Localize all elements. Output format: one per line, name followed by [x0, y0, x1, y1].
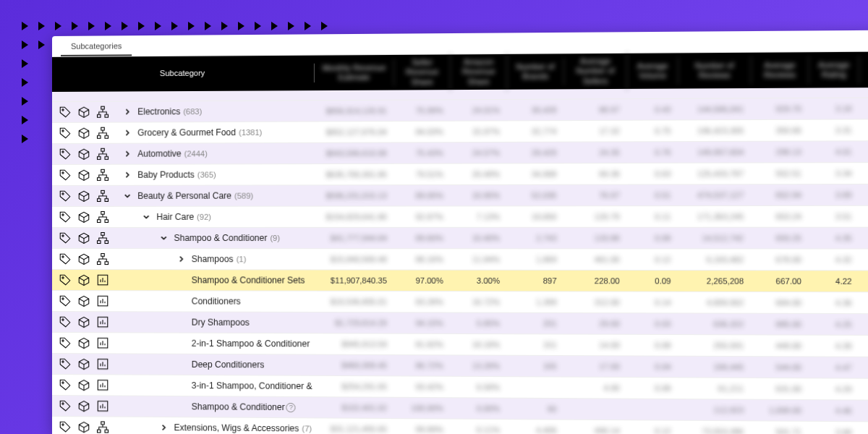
- table-row[interactable]: Beauty & Personal Care(589)$596,231,015.…: [52, 184, 868, 207]
- tag-icon[interactable]: [58, 105, 72, 119]
- box-icon[interactable]: [77, 273, 91, 287]
- category-name-cell[interactable]: Grocery & Gourmet Food(1381): [119, 127, 315, 139]
- hierarchy-icon[interactable]: [95, 126, 110, 140]
- table-row[interactable]: Automotive(2444)$843,596,610.0875.43%24.…: [52, 141, 868, 165]
- tag-icon[interactable]: [58, 336, 72, 350]
- chevron-down-icon[interactable]: [140, 211, 152, 223]
- chart-icon[interactable]: [95, 294, 110, 308]
- category-name-cell[interactable]: Conditioners: [119, 295, 315, 307]
- box-icon[interactable]: [77, 252, 91, 266]
- box-icon[interactable]: [77, 126, 91, 140]
- category-name-cell[interactable]: Shampoo & Conditioner?: [119, 401, 315, 414]
- box-icon[interactable]: [77, 378, 91, 392]
- tag-icon[interactable]: [58, 399, 72, 413]
- header-monthly-revenue[interactable]: Monthly Revenue Estimate: [315, 59, 394, 87]
- tag-icon[interactable]: [58, 147, 72, 161]
- header-avg-rating[interactable]: Average Rating: [809, 56, 860, 85]
- category-name-cell[interactable]: Deep Conditioners: [119, 358, 315, 370]
- header-subcategory[interactable]: Subcategory: [52, 64, 315, 83]
- category-name-cell[interactable]: Shampoos(1): [119, 253, 315, 265]
- table-row[interactable]: Shampoo & Conditioner(9)$41,777,944.8489…: [52, 228, 868, 250]
- category-name-cell[interactable]: 2-in-1 Shampoo & Conditioner: [119, 337, 315, 349]
- table-row[interactable]: Shampoos(1)$15,840,569.4888.16%11.84%1,8…: [52, 249, 868, 271]
- revenue-cell: $852,127,876.04: [315, 127, 394, 137]
- header-num-brands[interactable]: Number of Brands: [507, 57, 564, 86]
- box-icon[interactable]: [77, 189, 91, 203]
- chart-icon[interactable]: [95, 357, 110, 371]
- header-num-reviews[interactable]: Number of Reviews: [678, 56, 752, 85]
- category-name-cell[interactable]: Dry Shampoos: [119, 316, 315, 328]
- header-avg-reviews[interactable]: Average Reviews: [752, 56, 809, 85]
- box-icon[interactable]: [77, 357, 91, 371]
- chevron-right-icon[interactable]: [122, 148, 133, 160]
- chevron-right-icon[interactable]: [122, 106, 133, 117]
- chevron-right-icon[interactable]: [122, 169, 133, 181]
- chevron-right-icon[interactable]: [176, 253, 187, 265]
- box-icon[interactable]: [77, 210, 91, 224]
- chevron-down-icon[interactable]: [122, 190, 133, 202]
- table-row[interactable]: Dry Shampoos$1,729,814.2994.15%5.85%2012…: [52, 312, 868, 336]
- category-name-cell[interactable]: Baby Products(365): [119, 169, 315, 181]
- tag-icon[interactable]: [58, 294, 72, 308]
- box-icon[interactable]: [77, 399, 91, 413]
- table-row[interactable]: Shampoo & Conditioner Sets$11,907,840.35…: [52, 270, 868, 292]
- header-amazon-share[interactable]: Amazon Revenue Share: [451, 53, 507, 91]
- category-label: Electronics: [137, 106, 180, 116]
- box-icon[interactable]: [77, 420, 91, 434]
- chevron-right-icon[interactable]: [122, 127, 133, 139]
- category-name-cell[interactable]: 3-in-1 Shampoo, Conditioner & Bo: [119, 379, 315, 392]
- tag-icon[interactable]: [58, 273, 72, 287]
- hierarchy-icon[interactable]: [95, 189, 110, 203]
- tag-icon[interactable]: [58, 357, 72, 371]
- category-name-cell[interactable]: Extensions, Wigs & Accessories(7): [119, 422, 315, 434]
- chart-icon[interactable]: [95, 273, 110, 287]
- category-name-cell[interactable]: Shampoo & Conditioner Sets: [119, 274, 315, 286]
- tag-icon[interactable]: [58, 252, 72, 266]
- avg-reviews-cell: 885.00: [752, 320, 809, 329]
- hierarchy-icon[interactable]: [95, 231, 110, 245]
- chevron-right-icon[interactable]: [158, 422, 169, 433]
- tag-icon[interactable]: [58, 231, 72, 245]
- chart-icon[interactable]: [95, 315, 110, 329]
- hierarchy-icon[interactable]: [95, 105, 110, 119]
- table-row[interactable]: Conditioners$10,536,805.0183.28%16.72%1,…: [52, 291, 868, 314]
- tab-subcategories[interactable]: Subcategories: [61, 35, 132, 56]
- chart-icon[interactable]: [95, 378, 110, 392]
- tag-icon[interactable]: [58, 126, 72, 140]
- chart-icon[interactable]: [95, 399, 110, 413]
- hierarchy-icon[interactable]: [95, 210, 110, 224]
- chart-icon[interactable]: [95, 336, 110, 350]
- hierarchy-icon[interactable]: [95, 147, 110, 161]
- box-icon[interactable]: [77, 315, 91, 329]
- box-icon[interactable]: [77, 294, 91, 308]
- box-icon[interactable]: [77, 231, 91, 245]
- box-icon[interactable]: [77, 336, 91, 350]
- help-icon[interactable]: ?: [286, 402, 296, 412]
- tag-icon[interactable]: [58, 315, 72, 329]
- table-row[interactable]: Baby Products(365)$635,700,301.8579.51%2…: [52, 163, 868, 186]
- box-icon[interactable]: [77, 105, 91, 119]
- tag-icon[interactable]: [58, 420, 72, 434]
- table-row[interactable]: Grocery & Gourmet Food(1381)$852,127,876…: [52, 119, 868, 144]
- hierarchy-icon[interactable]: [95, 168, 110, 182]
- tag-icon[interactable]: [58, 378, 72, 392]
- table-row[interactable]: Electronics(683)$856,914,120.9175.99%24.…: [52, 98, 868, 123]
- category-name-cell[interactable]: Beauty & Personal Care(589): [119, 190, 315, 201]
- category-name-cell[interactable]: Shampoo & Conditioner(9): [119, 232, 315, 244]
- header-seller-share[interactable]: Seller Revenue Share: [394, 54, 451, 92]
- header-avg-volume[interactable]: Average Volume: [627, 56, 678, 85]
- tag-icon[interactable]: [58, 189, 72, 203]
- category-name-cell[interactable]: Automotive(2444): [119, 148, 315, 160]
- box-icon[interactable]: [77, 168, 91, 182]
- header-avg-sellers[interactable]: Average Number of Sellers: [564, 52, 627, 90]
- tag-icon[interactable]: [58, 168, 72, 182]
- hierarchy-icon[interactable]: [95, 252, 110, 266]
- box-icon[interactable]: [77, 147, 91, 161]
- tag-icon[interactable]: [58, 210, 72, 224]
- hierarchy-icon[interactable]: [95, 420, 110, 434]
- num-brands-cell: 34,908: [507, 169, 564, 178]
- table-row[interactable]: Hair Care(92)$154,829,641.8092.87%7.13%1…: [52, 206, 868, 228]
- category-name-cell[interactable]: Hair Care(92): [119, 211, 315, 223]
- category-name-cell[interactable]: Electronics(683): [119, 105, 315, 117]
- chevron-down-icon[interactable]: [158, 232, 169, 244]
